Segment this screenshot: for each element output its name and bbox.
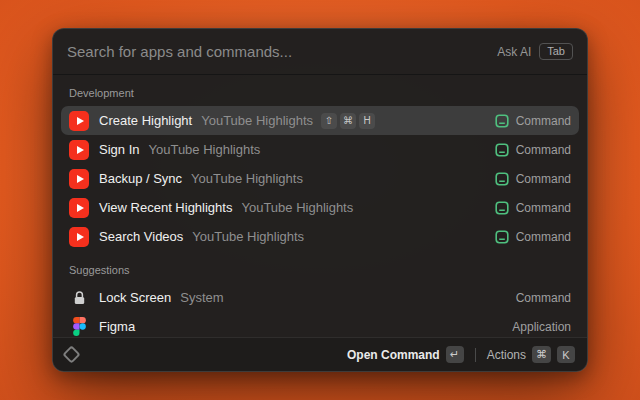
command-key-icon: ⌘: [532, 346, 551, 363]
item-title: Lock Screen: [99, 290, 171, 305]
figma-icon: [69, 317, 89, 337]
item-subtitle: System: [180, 290, 223, 305]
command-key-icon: ⌘: [340, 113, 356, 129]
item-title: Create Highlight: [99, 113, 192, 128]
list-item-figma[interactable]: Figma Application: [61, 312, 579, 337]
lock-icon: [69, 288, 89, 308]
item-title: Search Videos: [99, 229, 183, 244]
item-type: Command: [516, 114, 571, 128]
youtube-icon: [69, 169, 89, 189]
command-terminal-icon: [495, 201, 509, 215]
ask-ai-button[interactable]: Ask AI Tab: [497, 43, 573, 60]
ask-ai-label: Ask AI: [497, 45, 531, 59]
item-meta: Command: [495, 114, 571, 128]
item-subtitle: YouTube Highlights: [191, 171, 303, 186]
k-key-badge: K: [557, 346, 575, 363]
youtube-icon: [69, 227, 89, 247]
shift-key-icon: ⇧: [321, 113, 337, 129]
item-type: Command: [516, 291, 571, 305]
footer-actions: Open Command ↵ Actions ⌘ K: [347, 346, 575, 363]
list-item-backup-sync[interactable]: Backup / Sync YouTube Highlights Command: [61, 164, 579, 193]
section-title-development: Development: [61, 79, 579, 106]
shortcut-badges: ⇧ ⌘ H: [321, 113, 375, 129]
list-item-lock-screen[interactable]: Lock Screen System Command: [61, 283, 579, 312]
item-meta: Application: [512, 320, 571, 334]
open-command-button[interactable]: Open Command ↵: [347, 346, 464, 363]
item-type: Command: [516, 143, 571, 157]
results-list: Development Create Highlight YouTube Hig…: [53, 75, 587, 337]
play-icon: [77, 204, 84, 212]
item-type: Command: [516, 230, 571, 244]
play-icon: [77, 233, 84, 241]
item-title: View Recent Highlights: [99, 200, 232, 215]
tab-key-badge: Tab: [539, 43, 573, 60]
command-terminal-icon: [495, 230, 509, 244]
search-bar: Ask AI Tab: [53, 29, 587, 75]
footer-divider: [475, 348, 476, 362]
youtube-icon: [69, 198, 89, 218]
item-title: Sign In: [99, 142, 139, 157]
actions-label: Actions: [487, 348, 526, 362]
actions-button[interactable]: Actions ⌘ K: [487, 346, 575, 363]
open-command-label: Open Command: [347, 348, 440, 362]
youtube-icon: [69, 140, 89, 160]
h-key-badge: H: [359, 113, 375, 129]
play-icon: [77, 175, 84, 183]
play-icon: [77, 146, 84, 154]
item-meta: Command: [495, 143, 571, 157]
item-meta: Command: [495, 172, 571, 186]
list-item-view-recent-highlights[interactable]: View Recent Highlights YouTube Highlight…: [61, 193, 579, 222]
item-title: Figma: [99, 319, 135, 334]
search-input[interactable]: [67, 43, 487, 60]
item-type: Command: [516, 172, 571, 186]
list-item-sign-in[interactable]: Sign In YouTube Highlights Command: [61, 135, 579, 164]
raycast-logo-icon: [62, 345, 80, 363]
launcher-window: Ask AI Tab Development Create Highlight …: [52, 28, 588, 372]
command-terminal-icon: [495, 114, 509, 128]
item-meta: Command: [495, 201, 571, 215]
item-title: Backup / Sync: [99, 171, 182, 186]
item-meta: Command: [495, 230, 571, 244]
command-terminal-icon: [495, 143, 509, 157]
list-item-search-videos[interactable]: Search Videos YouTube Highlights Command: [61, 222, 579, 251]
item-subtitle: YouTube Highlights: [148, 142, 260, 157]
list-item-create-highlight[interactable]: Create Highlight YouTube Highlights ⇧ ⌘ …: [61, 106, 579, 135]
item-subtitle: YouTube Highlights: [192, 229, 304, 244]
item-subtitle: YouTube Highlights: [201, 113, 313, 128]
footer-bar: Open Command ↵ Actions ⌘ K: [53, 337, 587, 371]
enter-key-icon: ↵: [446, 346, 464, 363]
section-title-suggestions: Suggestions: [61, 251, 579, 283]
youtube-icon: [69, 111, 89, 131]
play-icon: [77, 117, 84, 125]
item-type: Application: [512, 320, 571, 334]
item-meta: Command: [516, 291, 571, 305]
item-subtitle: YouTube Highlights: [241, 200, 353, 215]
item-type: Command: [516, 201, 571, 215]
command-terminal-icon: [495, 172, 509, 186]
